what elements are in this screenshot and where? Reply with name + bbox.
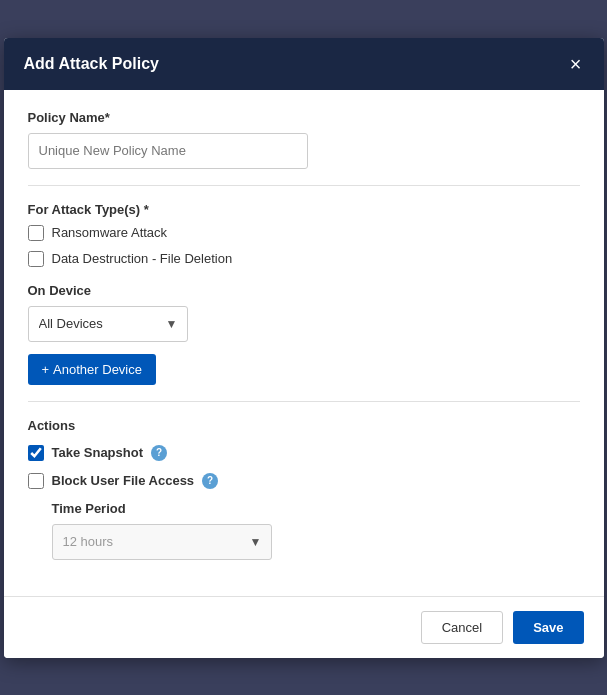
divider-1 [28,185,580,186]
ransomware-checkbox[interactable] [28,225,44,241]
attack-types-checkboxes: Ransomware Attack Data Destruction - Fil… [28,225,580,267]
block-user-file-access-checkbox[interactable] [28,473,44,489]
attack-types-section: For Attack Type(s) * Ransomware Attack D… [28,202,580,267]
time-period-section: Time Period 12 hours 24 hours 48 hours 7… [52,501,580,560]
time-period-label: Time Period [52,501,580,516]
device-select[interactable]: All Devices [28,306,188,342]
plus-icon: + [42,362,50,377]
data-destruction-checkbox-item[interactable]: Data Destruction - File Deletion [28,251,580,267]
add-another-device-label: Another Device [53,362,142,377]
device-select-wrapper: All Devices ▼ [28,306,188,342]
policy-name-input[interactable] [28,133,308,169]
on-device-label: On Device [28,283,580,298]
block-user-file-access-item: Block User File Access ? [28,473,580,489]
close-button[interactable]: × [568,54,584,74]
policy-name-section: Policy Name* [28,110,580,169]
modal-footer: Cancel Save [4,596,604,658]
actions-section: Actions Take Snapshot ? Block User File … [28,418,580,560]
add-another-device-button[interactable]: + Another Device [28,354,156,385]
modal-title: Add Attack Policy [24,55,159,73]
ransomware-checkbox-item[interactable]: Ransomware Attack [28,225,580,241]
modal-header: Add Attack Policy × [4,38,604,90]
attack-types-label: For Attack Type(s) * [28,202,580,217]
divider-2 [28,401,580,402]
on-device-section: On Device All Devices ▼ + Another Device [28,283,580,385]
ransomware-label: Ransomware Attack [52,225,168,240]
time-period-select[interactable]: 12 hours 24 hours 48 hours 72 hours [52,524,272,560]
save-button[interactable]: Save [513,611,583,644]
take-snapshot-checkbox[interactable] [28,445,44,461]
take-snapshot-label: Take Snapshot [52,445,144,460]
take-snapshot-item: Take Snapshot ? [28,445,580,461]
block-user-file-access-label: Block User File Access [52,473,195,488]
add-attack-policy-modal: Add Attack Policy × Policy Name* For Att… [4,38,604,658]
policy-name-label: Policy Name* [28,110,580,125]
actions-label: Actions [28,418,580,433]
modal-overlay: Add Attack Policy × Policy Name* For Att… [0,0,607,695]
modal-body: Policy Name* For Attack Type(s) * Ransom… [4,90,604,596]
time-select-wrapper: 12 hours 24 hours 48 hours 72 hours ▼ [52,524,272,560]
take-snapshot-help-icon[interactable]: ? [151,445,167,461]
cancel-button[interactable]: Cancel [421,611,503,644]
data-destruction-checkbox[interactable] [28,251,44,267]
block-user-file-access-help-icon[interactable]: ? [202,473,218,489]
data-destruction-label: Data Destruction - File Deletion [52,251,233,266]
